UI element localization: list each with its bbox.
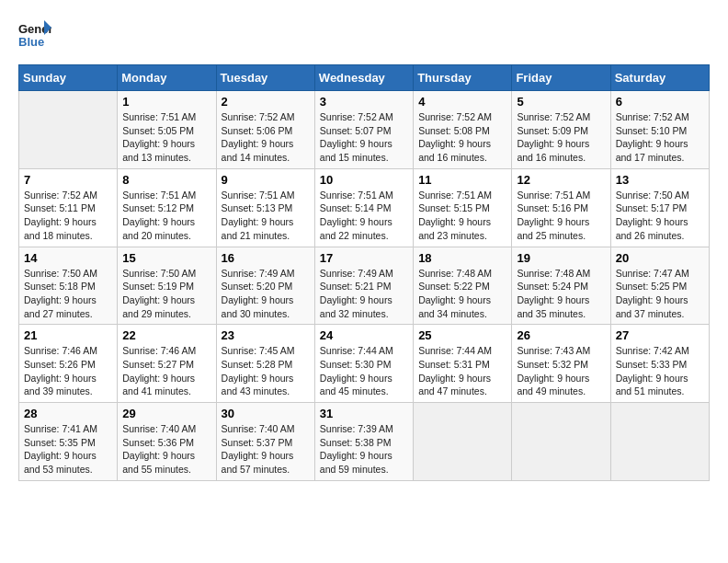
calendar-cell — [414, 403, 512, 481]
column-header-wednesday: Wednesday — [314, 65, 413, 91]
day-info: Sunrise: 7:40 AM Sunset: 5:36 PM Dayligh… — [122, 422, 210, 477]
day-number: 31 — [320, 407, 408, 420]
column-header-friday: Friday — [512, 65, 610, 91]
calendar-cell: 14Sunrise: 7:50 AM Sunset: 5:18 PM Dayli… — [19, 247, 118, 325]
column-header-thursday: Thursday — [414, 65, 512, 91]
calendar-table: SundayMondayTuesdayWednesdayThursdayFrid… — [18, 64, 710, 481]
day-number: 27 — [616, 328, 704, 342]
day-info: Sunrise: 7:51 AM Sunset: 5:15 PM Dayligh… — [418, 189, 506, 243]
day-number: 11 — [418, 173, 506, 187]
day-number: 25 — [418, 328, 506, 342]
day-number: 1 — [122, 95, 210, 109]
day-number: 6 — [616, 95, 704, 109]
calendar-cell: 7Sunrise: 7:52 AM Sunset: 5:11 PM Daylig… — [19, 168, 118, 247]
calendar-cell: 6Sunrise: 7:52 AM Sunset: 5:10 PM Daylig… — [610, 91, 709, 169]
day-number: 5 — [517, 95, 605, 109]
calendar-cell: 15Sunrise: 7:50 AM Sunset: 5:19 PM Dayli… — [118, 247, 216, 325]
calendar-cell — [19, 91, 118, 169]
calendar-cell: 10Sunrise: 7:51 AM Sunset: 5:14 PM Dayli… — [314, 168, 413, 247]
day-info: Sunrise: 7:50 AM Sunset: 5:19 PM Dayligh… — [122, 267, 210, 321]
day-number: 29 — [122, 407, 210, 420]
calendar-week-5: 28Sunrise: 7:41 AM Sunset: 5:35 PM Dayli… — [19, 403, 710, 481]
calendar-cell: 19Sunrise: 7:48 AM Sunset: 5:24 PM Dayli… — [512, 247, 610, 325]
day-info: Sunrise: 7:51 AM Sunset: 5:12 PM Dayligh… — [122, 189, 210, 243]
day-info: Sunrise: 7:44 AM Sunset: 5:31 PM Dayligh… — [418, 344, 506, 398]
day-number: 23 — [222, 328, 310, 342]
day-info: Sunrise: 7:44 AM Sunset: 5:30 PM Dayligh… — [320, 344, 408, 398]
day-info: Sunrise: 7:48 AM Sunset: 5:22 PM Dayligh… — [418, 267, 506, 321]
calendar-cell: 21Sunrise: 7:46 AM Sunset: 5:26 PM Dayli… — [19, 325, 118, 403]
day-number: 15 — [122, 251, 210, 265]
day-info: Sunrise: 7:47 AM Sunset: 5:25 PM Dayligh… — [616, 267, 704, 321]
day-number: 4 — [418, 95, 506, 109]
day-number: 19 — [517, 251, 605, 265]
calendar-cell: 24Sunrise: 7:44 AM Sunset: 5:30 PM Dayli… — [314, 325, 413, 403]
day-info: Sunrise: 7:52 AM Sunset: 5:09 PM Dayligh… — [517, 110, 605, 165]
calendar-cell: 27Sunrise: 7:42 AM Sunset: 5:33 PM Dayli… — [610, 325, 709, 403]
calendar-cell: 23Sunrise: 7:45 AM Sunset: 5:28 PM Dayli… — [216, 325, 314, 403]
day-number: 9 — [222, 173, 310, 187]
calendar-cell: 1Sunrise: 7:51 AM Sunset: 5:05 PM Daylig… — [118, 91, 216, 169]
calendar-cell: 20Sunrise: 7:47 AM Sunset: 5:25 PM Dayli… — [610, 247, 709, 325]
day-info: Sunrise: 7:52 AM Sunset: 5:07 PM Dayligh… — [320, 110, 408, 165]
page-header: General Blue — [18, 18, 710, 55]
calendar-cell: 28Sunrise: 7:41 AM Sunset: 5:35 PM Dayli… — [19, 403, 118, 481]
day-number: 12 — [517, 173, 605, 187]
day-info: Sunrise: 7:52 AM Sunset: 5:11 PM Dayligh… — [24, 189, 112, 243]
calendar-cell: 16Sunrise: 7:49 AM Sunset: 5:20 PM Dayli… — [216, 247, 314, 325]
calendar-cell: 2Sunrise: 7:52 AM Sunset: 5:06 PM Daylig… — [216, 91, 314, 169]
calendar-week-3: 14Sunrise: 7:50 AM Sunset: 5:18 PM Dayli… — [19, 247, 710, 325]
day-info: Sunrise: 7:46 AM Sunset: 5:26 PM Dayligh… — [24, 344, 112, 398]
calendar-cell: 3Sunrise: 7:52 AM Sunset: 5:07 PM Daylig… — [314, 91, 413, 169]
day-info: Sunrise: 7:41 AM Sunset: 5:35 PM Dayligh… — [24, 422, 112, 477]
day-info: Sunrise: 7:52 AM Sunset: 5:06 PM Dayligh… — [222, 110, 310, 165]
calendar-cell: 31Sunrise: 7:39 AM Sunset: 5:38 PM Dayli… — [314, 403, 413, 481]
day-number: 24 — [320, 328, 408, 342]
calendar-week-1: 1Sunrise: 7:51 AM Sunset: 5:05 PM Daylig… — [19, 91, 710, 169]
calendar-cell: 22Sunrise: 7:46 AM Sunset: 5:27 PM Dayli… — [118, 325, 216, 403]
day-number: 7 — [24, 173, 112, 187]
day-number: 17 — [320, 251, 408, 265]
calendar-cell: 25Sunrise: 7:44 AM Sunset: 5:31 PM Dayli… — [414, 325, 512, 403]
day-info: Sunrise: 7:52 AM Sunset: 5:08 PM Dayligh… — [418, 110, 506, 165]
day-info: Sunrise: 7:46 AM Sunset: 5:27 PM Dayligh… — [122, 344, 210, 398]
day-number: 13 — [616, 173, 704, 187]
day-number: 20 — [616, 251, 704, 265]
day-info: Sunrise: 7:50 AM Sunset: 5:18 PM Dayligh… — [24, 267, 112, 321]
calendar-cell: 26Sunrise: 7:43 AM Sunset: 5:32 PM Dayli… — [512, 325, 610, 403]
day-number: 30 — [222, 407, 310, 420]
day-info: Sunrise: 7:51 AM Sunset: 5:05 PM Dayligh… — [122, 110, 210, 165]
day-number: 10 — [320, 173, 408, 187]
column-header-saturday: Saturday — [610, 65, 709, 91]
calendar-cell: 17Sunrise: 7:49 AM Sunset: 5:21 PM Dayli… — [314, 247, 413, 325]
day-info: Sunrise: 7:42 AM Sunset: 5:33 PM Dayligh… — [616, 344, 704, 398]
calendar-cell: 13Sunrise: 7:50 AM Sunset: 5:17 PM Dayli… — [610, 168, 709, 247]
day-number: 14 — [24, 251, 112, 265]
day-info: Sunrise: 7:49 AM Sunset: 5:20 PM Dayligh… — [222, 267, 310, 321]
calendar-week-2: 7Sunrise: 7:52 AM Sunset: 5:11 PM Daylig… — [19, 168, 710, 247]
day-number: 2 — [222, 95, 310, 109]
day-info: Sunrise: 7:40 AM Sunset: 5:37 PM Dayligh… — [222, 422, 310, 477]
calendar-cell — [610, 403, 709, 481]
day-info: Sunrise: 7:51 AM Sunset: 5:13 PM Dayligh… — [222, 189, 310, 243]
day-number: 16 — [222, 251, 310, 265]
calendar-header: SundayMondayTuesdayWednesdayThursdayFrid… — [19, 65, 710, 91]
day-number: 26 — [517, 328, 605, 342]
logo-icon: General Blue — [18, 18, 51, 52]
column-header-sunday: Sunday — [19, 65, 118, 91]
day-info: Sunrise: 7:49 AM Sunset: 5:21 PM Dayligh… — [320, 267, 408, 321]
day-info: Sunrise: 7:48 AM Sunset: 5:24 PM Dayligh… — [517, 267, 605, 321]
calendar-cell: 12Sunrise: 7:51 AM Sunset: 5:16 PM Dayli… — [512, 168, 610, 247]
day-number: 18 — [418, 251, 506, 265]
day-number: 8 — [122, 173, 210, 187]
day-info: Sunrise: 7:51 AM Sunset: 5:14 PM Dayligh… — [320, 189, 408, 243]
day-info: Sunrise: 7:43 AM Sunset: 5:32 PM Dayligh… — [517, 344, 605, 398]
day-info: Sunrise: 7:52 AM Sunset: 5:10 PM Dayligh… — [616, 110, 704, 165]
calendar-cell: 8Sunrise: 7:51 AM Sunset: 5:12 PM Daylig… — [118, 168, 216, 247]
day-number: 22 — [122, 328, 210, 342]
day-number: 21 — [24, 328, 112, 342]
day-info: Sunrise: 7:45 AM Sunset: 5:28 PM Dayligh… — [222, 344, 310, 398]
calendar-cell: 18Sunrise: 7:48 AM Sunset: 5:22 PM Dayli… — [414, 247, 512, 325]
calendar-cell: 9Sunrise: 7:51 AM Sunset: 5:13 PM Daylig… — [216, 168, 314, 247]
day-info: Sunrise: 7:50 AM Sunset: 5:17 PM Dayligh… — [616, 189, 704, 243]
